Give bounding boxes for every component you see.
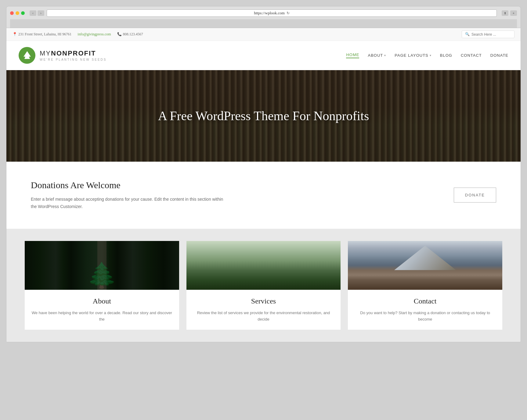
address-bar[interactable]: https://wplook.com ↻ bbox=[47, 9, 497, 17]
hero-title: A Free WordPress Theme For Nonprofits bbox=[158, 108, 369, 124]
search-icon: 🔍 bbox=[465, 32, 470, 37]
site-nav: HOME ABOUT ▾ PAGE LAYOUTS ▾ BLOG CONTACT… bbox=[346, 52, 508, 58]
browser-window: ‹ › https://wplook.com ↻ ⬆ + bbox=[6, 6, 521, 28]
logo-text: MYNONPROFIT WE'RE PLANTING NEW SEEDS bbox=[40, 49, 107, 61]
donations-text: Donations Are Welcome Enter a brief mess… bbox=[31, 180, 229, 210]
chevron-down-icon: ▾ bbox=[384, 54, 386, 57]
email-link[interactable]: info@givingpress.com bbox=[78, 32, 111, 37]
logo-name: MYNONPROFIT bbox=[40, 49, 107, 57]
donate-button[interactable]: DONATE bbox=[454, 188, 496, 203]
phone-info: 📞 808.123.4567 bbox=[117, 32, 143, 37]
donations-title: Donations Are Welcome bbox=[31, 180, 229, 190]
mountain-image bbox=[348, 241, 502, 290]
browser-content: 📍 231 Front Street, Lahaina, HI 96761 in… bbox=[6, 28, 521, 342]
card-services-title: Services bbox=[193, 297, 335, 305]
forest-dark-image bbox=[25, 241, 179, 290]
new-tab-button[interactable]: + bbox=[510, 10, 517, 16]
nav-home[interactable]: HOME bbox=[346, 52, 359, 58]
search-bar[interactable]: 🔍 bbox=[462, 31, 514, 38]
svg-marker-0 bbox=[23, 51, 31, 59]
back-button[interactable]: ‹ bbox=[30, 10, 36, 16]
card-contact: Contact Do you want to help? Start by ma… bbox=[348, 241, 502, 330]
tree-icon bbox=[23, 50, 32, 61]
card-services-image bbox=[186, 241, 341, 290]
address-info: 📍 231 Front Street, Lahaina, HI 96761 bbox=[13, 32, 71, 37]
road-line bbox=[97, 241, 106, 290]
nav-about[interactable]: ABOUT ▾ bbox=[368, 53, 386, 58]
forest-mist-image bbox=[186, 241, 341, 290]
card-contact-body: Contact Do you want to help? Start by ma… bbox=[348, 290, 502, 330]
hero-section: A Free WordPress Theme For Nonprofits bbox=[6, 70, 521, 162]
card-services-body: Services Review the list of services we … bbox=[186, 290, 341, 330]
phone-icon: 📞 bbox=[117, 32, 122, 37]
location-icon: 📍 bbox=[13, 32, 17, 37]
traffic-lights bbox=[10, 11, 25, 15]
donations-body: Enter a brief message about accepting do… bbox=[31, 196, 229, 210]
chevron-down-icon-2: ▾ bbox=[430, 54, 431, 57]
top-bar: 📍 231 Front Street, Lahaina, HI 96761 in… bbox=[6, 28, 521, 41]
forward-button[interactable]: › bbox=[38, 10, 44, 16]
card-services-text: Review the list of services we provide f… bbox=[193, 310, 335, 323]
card-contact-title: Contact bbox=[354, 297, 496, 305]
refresh-icon: ↻ bbox=[287, 11, 290, 16]
nav-blog[interactable]: BLOG bbox=[440, 53, 452, 58]
minimize-button[interactable] bbox=[16, 11, 19, 15]
nav-page-layouts[interactable]: PAGE LAYOUTS ▾ bbox=[395, 53, 431, 58]
address-text: 231 Front Street, Lahaina, HI 96761 bbox=[18, 32, 71, 37]
card-services: Services Review the list of services we … bbox=[186, 241, 341, 330]
maximize-button[interactable] bbox=[21, 11, 25, 15]
nav-donate[interactable]: DONATE bbox=[490, 53, 508, 58]
phone-text: 808.123.4567 bbox=[123, 32, 143, 37]
tab-bar bbox=[10, 19, 517, 28]
donations-section: Donations Are Welcome Enter a brief mess… bbox=[6, 162, 521, 229]
card-contact-text: Do you want to help? Start by making a d… bbox=[354, 310, 496, 323]
site-header: MYNONPROFIT WE'RE PLANTING NEW SEEDS HOM… bbox=[6, 41, 521, 70]
card-about: About We have been helping the world for… bbox=[25, 241, 179, 330]
card-about-title: About bbox=[31, 297, 173, 305]
card-about-image bbox=[25, 241, 179, 290]
share-button[interactable]: ⬆ bbox=[502, 10, 508, 16]
cards-section: About We have been helping the world for… bbox=[6, 229, 521, 342]
card-contact-image bbox=[348, 241, 502, 290]
card-about-body: About We have been helping the world for… bbox=[25, 290, 179, 330]
nav-contact[interactable]: CONTACT bbox=[461, 53, 482, 58]
close-button[interactable] bbox=[10, 11, 14, 15]
search-input[interactable] bbox=[471, 32, 511, 37]
card-about-text: We have been helping the world for over … bbox=[31, 310, 173, 323]
logo-icon bbox=[19, 47, 35, 64]
url-text: https://wplook.com bbox=[254, 11, 285, 16]
hero-content: A Free WordPress Theme For Nonprofits bbox=[152, 102, 375, 131]
site-logo: MYNONPROFIT WE'RE PLANTING NEW SEEDS bbox=[19, 47, 107, 64]
logo-tagline: WE'RE PLANTING NEW SEEDS bbox=[40, 58, 107, 61]
